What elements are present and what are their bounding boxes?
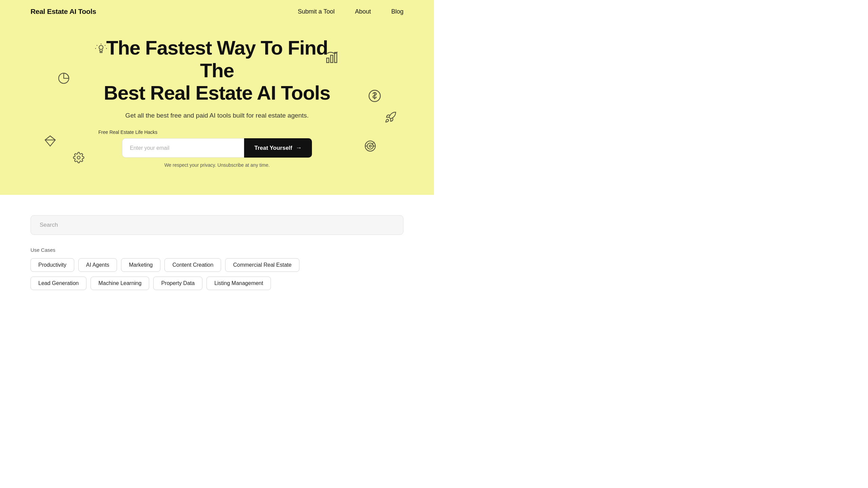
search-container	[31, 215, 403, 235]
use-cases-label: Use Cases	[31, 247, 403, 253]
tag-commercial-real-estate[interactable]: Commercial Real Estate	[225, 258, 299, 272]
nav-about[interactable]: About	[355, 8, 371, 15]
gear-icon	[73, 152, 84, 163]
tag-listing-management[interactable]: Listing Management	[206, 277, 271, 290]
tag-machine-learning[interactable]: Machine Learning	[91, 277, 149, 290]
tag-content-creation[interactable]: Content Creation	[164, 258, 221, 272]
hero-subtitle: Get all the best free and paid AI tools …	[98, 112, 336, 119]
email-input[interactable]	[122, 138, 244, 158]
svg-point-13	[77, 156, 80, 159]
target-icon	[364, 140, 376, 152]
arrow-icon: →	[296, 144, 302, 151]
rocket-icon	[384, 111, 397, 123]
tag-ai-agents[interactable]: AI Agents	[78, 258, 117, 272]
site-logo[interactable]: Real Estate AI Tools	[31, 7, 96, 16]
main-content: Use Cases ProductivityAI AgentsMarketing…	[0, 195, 434, 308]
nav-links: Submit a Tool About Blog	[298, 8, 403, 15]
svg-marker-11	[45, 136, 55, 146]
tag-marketing[interactable]: Marketing	[121, 258, 160, 272]
pie-chart-icon	[58, 72, 70, 84]
nav-blog[interactable]: Blog	[391, 8, 403, 15]
diamond-icon	[44, 135, 56, 147]
email-form: Treat Yourself →	[122, 138, 312, 158]
privacy-note: We respect your privacy. Unsubscribe at …	[98, 162, 336, 168]
tags-row-2: Lead GenerationMachine LearningProperty …	[31, 277, 403, 290]
svg-line-2	[97, 45, 97, 46]
treat-yourself-button[interactable]: Treat Yourself →	[244, 138, 312, 158]
tag-lead-generation[interactable]: Lead Generation	[31, 277, 86, 290]
nav-submit-tool[interactable]: Submit a Tool	[298, 8, 335, 15]
dollar-icon	[368, 89, 381, 103]
tags-row-1: ProductivityAI AgentsMarketingContent Cr…	[31, 258, 403, 272]
hero-title: The Fastest Way To Find The Best Real Es…	[98, 37, 336, 104]
search-input[interactable]	[31, 215, 403, 235]
svg-point-16	[369, 145, 371, 147]
hero-section: The Fastest Way To Find The Best Real Es…	[0, 23, 434, 195]
email-label: Free Real Estate Life Hacks	[98, 129, 336, 135]
hero-content: The Fastest Way To Find The Best Real Es…	[98, 37, 336, 168]
tag-productivity[interactable]: Productivity	[31, 258, 74, 272]
tag-property-data[interactable]: Property Data	[153, 277, 202, 290]
navbar: Real Estate AI Tools Submit a Tool About…	[0, 0, 434, 23]
